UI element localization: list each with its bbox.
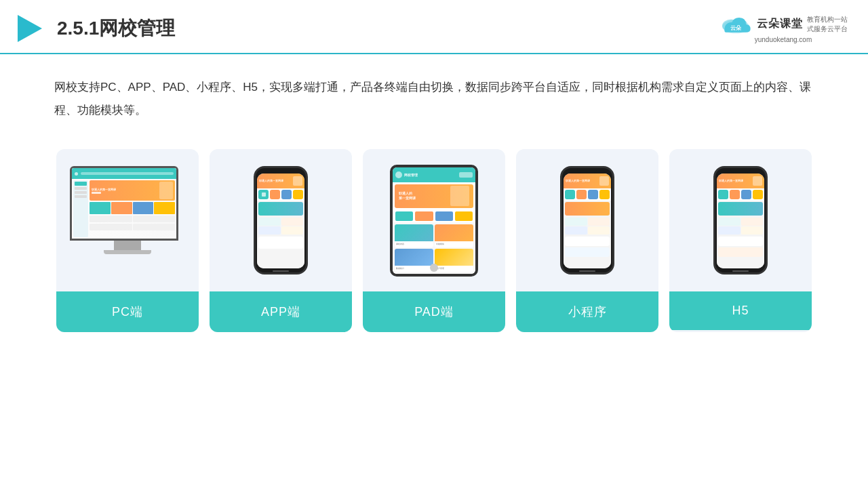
- monitor-nav: [72, 168, 176, 179]
- card-pc-image: 职通人的第一堂网课: [56, 149, 199, 291]
- p2-block-1: [565, 218, 587, 226]
- header-left: 2.5.1网校管理: [14, 12, 175, 45]
- tablet-card-1: 课程内容: [395, 224, 433, 247]
- card-miniapp-label: 小程序: [516, 291, 658, 332]
- logo-tagline: 教育机构一站 式服务云平台: [807, 15, 848, 34]
- phone-screen-2: 职通人的第一堂网课: [564, 174, 611, 268]
- phone-home-3: [715, 270, 766, 272]
- phone-header-3: 职通人的第一堂网课: [717, 174, 764, 188]
- mini-card-4: [154, 202, 175, 214]
- logo-text-wrapper: 云朵课堂: [757, 17, 803, 31]
- phone-row-6: [718, 226, 763, 235]
- phone-header-content-2: 职通人的第一堂网课: [566, 180, 598, 182]
- tc-img-4: [435, 249, 473, 266]
- sidebar-item: [75, 191, 87, 194]
- pc-monitor: 职通人的第一堂网课: [70, 166, 185, 274]
- monitor-stand: [114, 241, 141, 250]
- tablet-card-2: 功能模块: [435, 224, 473, 247]
- p3-icon-3: [741, 190, 751, 199]
- phone-row-3: [565, 218, 610, 226]
- phone-icons-row: [257, 188, 304, 201]
- card-pad-label: PAD端: [363, 291, 505, 332]
- card-app: 职通人的第一堂网课: [210, 149, 352, 332]
- home-bar-2: [579, 270, 595, 272]
- tablet-icons: [393, 210, 475, 222]
- p2-block-3: [565, 226, 587, 235]
- tablet-banner: 职通人的第一堂网课: [395, 184, 473, 208]
- tablet-card-4: 用户管理: [435, 249, 473, 272]
- phone-row-2: [258, 226, 303, 235]
- nav-dot-1: [75, 172, 78, 176]
- p3-bottom2: [718, 247, 763, 257]
- phone-block-3: [258, 226, 281, 235]
- card-app-image: 职通人的第一堂网课: [210, 149, 352, 291]
- monitor-list: [90, 216, 175, 222]
- phone-h5: 职通人的第一堂网课: [713, 166, 768, 274]
- t-icon-3: [435, 211, 453, 221]
- phone-screen: 职通人的第一堂网课: [257, 174, 304, 268]
- p3-block-2: [741, 218, 764, 226]
- tablet-banner-img: [450, 186, 469, 206]
- monitor-banner: 职通人的第一堂网课: [90, 180, 175, 201]
- monitor-sidebar: [73, 180, 88, 237]
- logo-cloud: 云朵 云朵课堂 教育机构一站 式服务云平台: [719, 14, 848, 35]
- tablet-header-text: 网校管理: [404, 173, 418, 177]
- list-item-2: [133, 216, 176, 222]
- p3-block-1: [718, 218, 741, 226]
- monitor-content: 职通人的第一堂网课: [72, 179, 176, 239]
- monitor-screen: 职通人的第一堂网课: [70, 166, 178, 241]
- card-pc-label: PC端: [56, 291, 199, 332]
- header: 2.5.1网校管理 云朵 云朵课堂 教育机构一站 式服务云平台 yunduoke…: [0, 0, 868, 54]
- sidebar-item: [75, 195, 87, 198]
- phone-header-img: [293, 176, 302, 186]
- t-icon-2: [415, 211, 433, 221]
- card-pad: 网校管理 职通人的第一堂网课: [363, 149, 505, 332]
- phone-header-text-2: 职通人的第一堂网课: [566, 180, 598, 182]
- p2-block-4: [588, 226, 610, 235]
- p2-icon-3: [588, 190, 598, 199]
- monitor-cards: [90, 202, 175, 214]
- phone-bottom-section: [258, 237, 303, 249]
- svg-text:云朵: 云朵: [730, 24, 742, 31]
- phone-block-2: [281, 218, 304, 226]
- phone-block-1: [258, 218, 281, 226]
- list-item-3: [90, 224, 132, 230]
- home-bar-3: [732, 270, 749, 272]
- tablet-home-btn: [430, 264, 438, 272]
- sidebar-item: [75, 182, 87, 186]
- h5-banner: [718, 202, 763, 216]
- tablet-pad: 网校管理 职通人的第一堂网课: [390, 165, 478, 277]
- card-miniapp: 职通人的第一堂网课: [516, 149, 658, 332]
- tc-text-2: 功能模块: [435, 241, 473, 247]
- p3-block-4: [741, 226, 764, 235]
- card-h5-image: 职通人的第一堂网课: [669, 149, 812, 291]
- tc-text-1: 课程内容: [395, 241, 433, 247]
- description-paragraph: 网校支持PC、APP、PAD、小程序、H5，实现多端打通，产品各终端自由切换，数…: [54, 76, 814, 122]
- phone-screen-3: 职通人的第一堂网课: [717, 174, 764, 268]
- phone-content-3: [717, 201, 764, 268]
- mini-card-1: [90, 202, 111, 214]
- cloud-icon: 云朵: [719, 14, 753, 35]
- p2-bottom: [565, 237, 610, 246]
- play-icon: [14, 12, 46, 45]
- phone-header-text: 职通人的第一堂网课: [259, 180, 292, 182]
- banner-text: 职通人的第一堂网课: [92, 188, 159, 191]
- list-item-1: [90, 216, 132, 222]
- phone-row-5: [718, 218, 763, 226]
- home-bar: [273, 270, 289, 272]
- p2-bottom2: [565, 247, 610, 257]
- phone-header: 职通人的第一堂网课: [257, 174, 304, 188]
- miniapp-banner: [565, 202, 610, 216]
- card-h5: 职通人的第一堂网课: [669, 149, 812, 332]
- card-miniapp-image: 职通人的第一堂网课: [516, 149, 658, 291]
- tc-img-1: [395, 224, 433, 241]
- tablet-header: 网校管理: [393, 167, 475, 182]
- p2-block-2: [588, 218, 610, 226]
- phone-header-img-3: [753, 176, 762, 186]
- phone-home: [256, 270, 306, 272]
- mini-card-2: [111, 202, 132, 214]
- p3-bottom: [718, 237, 763, 246]
- banner-img: [159, 182, 173, 199]
- list-item-4: [133, 224, 176, 230]
- phone-header-img-2: [599, 176, 609, 186]
